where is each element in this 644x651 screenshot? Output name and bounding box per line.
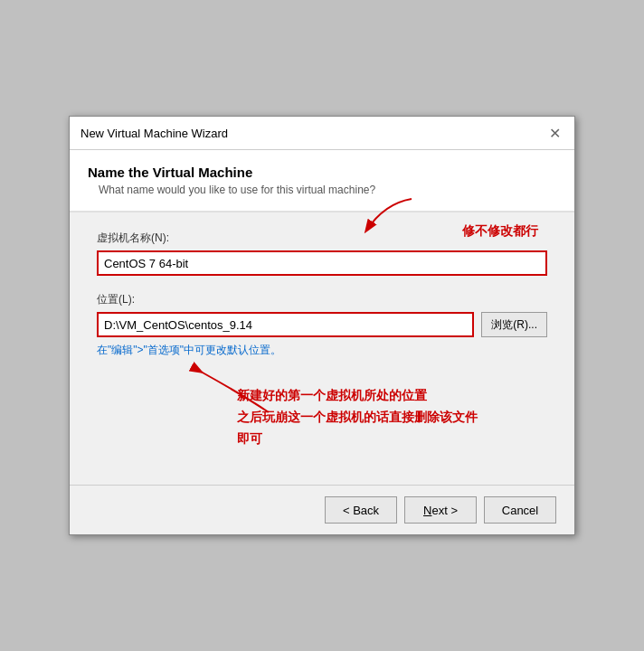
location-label: 位置(L): [97, 292, 547, 307]
cancel-button[interactable]: Cancel [484, 496, 556, 524]
annotation-top: 修不修改都行 [462, 223, 538, 240]
header-subtitle: What name would you like to use for this… [88, 184, 556, 196]
dialog-body: 修不修改都行 虚拟机名称(N): 位置(L): 浏览(R)... [70, 212, 574, 485]
location-field-row: 浏览(R)... [97, 312, 547, 337]
annotation-bottom-text: 新建好的第一个虚拟机所处的位置 之后玩崩这一个虚拟机的话直接删除该文件 即可 [237, 385, 478, 449]
header-title: Name the Virtual Machine [88, 165, 556, 180]
name-field-row [97, 250, 547, 276]
dialog-title: New Virtual Machine Wizard [80, 127, 228, 140]
arrow-top-icon [357, 194, 430, 240]
browse-button[interactable]: 浏览(R)... [481, 312, 547, 337]
name-field-wrapper: 修不修改都行 虚拟机名称(N): [97, 231, 547, 276]
hint-text: 在"编辑">"首选项"中可更改默认位置。 [97, 343, 547, 358]
dialog-footer: < Back Next > Cancel [70, 485, 574, 534]
dialog-header: Name the Virtual Machine What name would… [70, 150, 574, 212]
annotation-bottom-area: 新建好的第一个虚拟机所处的位置 之后玩崩这一个虚拟机的话直接删除该文件 即可 [97, 376, 547, 467]
back-button[interactable]: < Back [325, 496, 397, 524]
dialog-window: New Virtual Machine Wizard ✕ Name the Vi… [69, 116, 575, 535]
close-button[interactable]: ✕ [545, 124, 564, 142]
next-button[interactable]: Next > [404, 496, 477, 524]
location-field-wrapper: 位置(L): 浏览(R)... [97, 292, 547, 337]
title-bar: New Virtual Machine Wizard ✕ [70, 117, 574, 150]
vm-name-input[interactable] [97, 250, 547, 276]
location-input[interactable] [97, 312, 474, 337]
